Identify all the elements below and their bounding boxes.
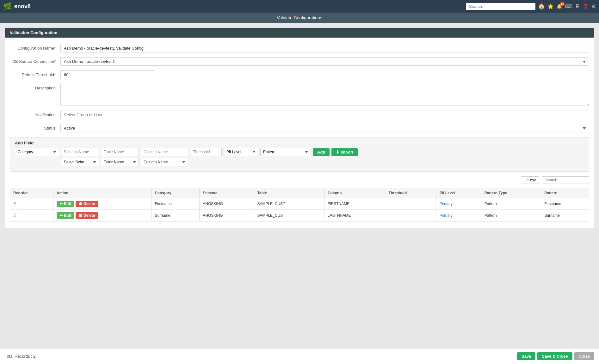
panel-header: Validation Configuration xyxy=(5,28,594,38)
select-schema-select[interactable]: Select Sche... xyxy=(61,158,99,166)
delete-button[interactable]: 🗑 Delete xyxy=(76,201,98,207)
pii-level-cell: Primary xyxy=(436,198,481,210)
action-buttons: ✏ Edit 🗑 Delete xyxy=(57,212,148,219)
edit-button[interactable]: ✏ Edit xyxy=(57,201,74,207)
action-cell: ✏ Edit 🗑 Delete xyxy=(53,198,151,210)
schema-name-input[interactable] xyxy=(61,148,99,156)
delete-button[interactable]: 🗑 Delete xyxy=(76,212,98,219)
reorder-cell: ⠿ xyxy=(10,198,53,210)
status-row: Status Active Inactive xyxy=(10,124,589,132)
pattern-type-cell: Pattern xyxy=(481,198,541,210)
db-source-row: DB Source Connection* Ash Demo - oracle-… xyxy=(10,57,589,66)
column-cell: FIRSTNAME xyxy=(324,198,385,210)
nav-right: 🏠 ⭐ 🔔 12 ⌨ 🖥 ❓ ⚙ xyxy=(466,3,596,10)
notification-badge: 12 xyxy=(560,2,565,6)
pattern-select[interactable]: Pattern xyxy=(260,148,311,156)
category-cell: Surname xyxy=(151,210,200,221)
status-select[interactable]: Active Inactive xyxy=(60,124,589,132)
table-search-input[interactable] xyxy=(542,176,589,184)
table-body: ⠿ ✏ Edit 🗑 Delete Firstname AHOSKING SAM… xyxy=(10,198,589,221)
column-name-input[interactable] xyxy=(141,148,188,156)
col-table: Table xyxy=(254,188,324,198)
description-textarea[interactable] xyxy=(60,84,589,106)
table-cell: SAMPLE_CUST xyxy=(254,198,324,210)
logo-icon: 🌿 xyxy=(3,2,12,10)
bell-icon[interactable]: 🔔 12 xyxy=(556,3,563,9)
threshold-input[interactable] xyxy=(190,148,222,156)
category-select[interactable]: Category xyxy=(15,148,59,156)
db-source-label: DB Source Connection* xyxy=(10,57,60,64)
description-row: Description xyxy=(10,84,589,106)
col-column: Column xyxy=(324,188,385,198)
add-field-row1: Category PII Level Primary Secondary Pat… xyxy=(15,148,584,156)
db-source-select[interactable]: Ash Demo - oracle-devtest1 xyxy=(60,57,589,66)
reorder-icon[interactable]: ⠿ xyxy=(13,201,17,207)
column-name-select[interactable]: Column Name xyxy=(141,158,188,166)
add-button[interactable]: Add xyxy=(313,148,330,156)
table-row: ⠿ ✏ Edit 🗑 Delete Firstname AHOSKING SAM… xyxy=(10,198,589,210)
pattern-type-cell: Pattern xyxy=(481,210,541,221)
config-name-row: Configuration Name* xyxy=(10,44,589,52)
default-threshold-row: Default Threshold* xyxy=(10,70,589,79)
page-title-bar: Validate Configurations xyxy=(0,13,599,23)
table-name-input[interactable] xyxy=(101,148,139,156)
col-schema: Schema xyxy=(200,188,254,198)
reorder-cell: ⠿ xyxy=(10,210,53,221)
table-header: Reorder Action Category Schema Table Col… xyxy=(10,188,589,198)
description-label: Description xyxy=(10,84,60,90)
schema-cell: AHOSKING xyxy=(200,198,254,210)
nav-left: 🌿 enov8 xyxy=(3,2,31,10)
default-threshold-label: Default Threshold* xyxy=(10,70,60,77)
col-pattern-type: Pattern Type xyxy=(481,188,541,198)
threshold-cell xyxy=(385,210,436,221)
db-source-wrapper: Ash Demo - oracle-devtest1 xyxy=(60,57,589,66)
pii-level-select[interactable]: PII Level Primary Secondary xyxy=(224,148,258,156)
import-button[interactable]: ⬇ Import xyxy=(331,148,358,156)
default-threshold-input[interactable] xyxy=(60,70,155,79)
col-pii-level: PII Level xyxy=(436,188,481,198)
monitor-icon[interactable]: 🖥 xyxy=(575,3,580,9)
global-search-input[interactable] xyxy=(466,3,535,10)
edit-button[interactable]: ✏ Edit xyxy=(57,212,74,219)
star-icon[interactable]: ⭐ xyxy=(547,3,554,9)
keyboard-icon[interactable]: ⌨ xyxy=(565,3,572,9)
table-row: ⠿ ✏ Edit 🗑 Delete Surname AHOSKING SAMPL… xyxy=(10,210,589,221)
panel-body: Configuration Name* DB Source Connection… xyxy=(5,38,594,228)
add-field-section: Add Field Category PII Level Primary Sec… xyxy=(10,137,589,172)
panel-title: Validation Configuration xyxy=(10,30,57,35)
pattern-cell: Firstname xyxy=(541,198,589,210)
page-title: Validate Configurations xyxy=(277,15,322,20)
column-cell: LASTNNAME xyxy=(324,210,385,221)
col-reorder: Reorder xyxy=(10,188,53,198)
notification-input[interactable] xyxy=(60,111,589,119)
status-wrapper: Active Inactive xyxy=(60,124,589,132)
data-table: Reorder Action Category Schema Table Col… xyxy=(10,188,589,221)
home-icon[interactable]: 🏠 xyxy=(538,3,545,10)
config-name-input[interactable] xyxy=(60,44,589,52)
table-name-select[interactable]: Table Name xyxy=(101,158,139,166)
threshold-cell xyxy=(385,198,436,210)
reorder-icon[interactable]: ⠿ xyxy=(13,213,17,218)
main-content: Validation Configuration Configuration N… xyxy=(0,23,599,233)
question-icon[interactable]: ❓ xyxy=(583,3,589,9)
csv-button[interactable]: 📄 csv xyxy=(521,176,539,184)
category-cell: Firstname xyxy=(151,198,200,210)
col-pattern: Pattern xyxy=(541,188,589,198)
schema-cell: AHOSKING xyxy=(200,210,254,221)
action-cell: ✏ Edit 🗑 Delete xyxy=(53,210,151,221)
pii-level-cell: Primary xyxy=(436,210,481,221)
action-buttons: ✏ Edit 🗑 Delete xyxy=(57,201,148,207)
add-field-row2: Select Sche... Table Name Column Name xyxy=(15,158,584,166)
status-label: Status xyxy=(10,124,60,130)
col-action: Action xyxy=(53,188,151,198)
add-field-title: Add Field xyxy=(15,141,584,145)
col-category: Category xyxy=(151,188,200,198)
validation-config-panel: Validation Configuration Configuration N… xyxy=(5,27,594,228)
table-cell: SAMPLE_CUST xyxy=(254,210,324,221)
settings-icon[interactable]: ⚙ xyxy=(591,3,596,9)
notification-row: Notification xyxy=(10,111,589,119)
top-nav: 🌿 enov8 🏠 ⭐ 🔔 12 ⌨ 🖥 ❓ ⚙ xyxy=(0,0,599,13)
config-name-label: Configuration Name* xyxy=(10,44,60,51)
pattern-cell: Surname xyxy=(541,210,589,221)
table-toolbar: 📄 csv xyxy=(10,175,589,185)
